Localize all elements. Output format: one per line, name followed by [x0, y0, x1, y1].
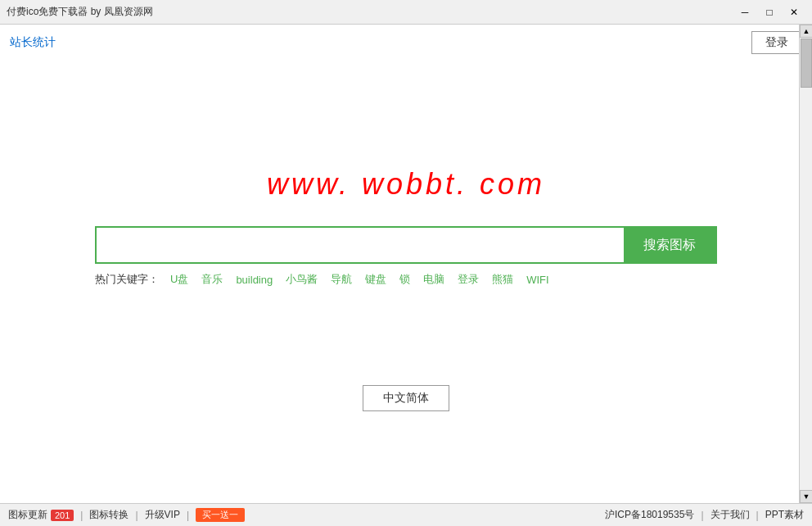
scrollbar-up-button[interactable]: ▲: [800, 25, 812, 38]
hot-keywords: 热门关键字： U盘 音乐 building 小鸟酱 导航 键盘 锁 电脑 登录 …: [95, 272, 717, 287]
scrollbar-down-button[interactable]: ▼: [800, 490, 812, 503]
close-button[interactable]: ✕: [783, 4, 805, 20]
icp-label: 沪ICP备18019535号: [605, 508, 694, 522]
keyword-building[interactable]: building: [236, 274, 273, 286]
lang-btn-area: 中文简体: [363, 385, 449, 411]
bottom-bar: 图标更新 201 | 图标转换 | 升级VIP | 买一送一 沪ICP备1801…: [0, 503, 812, 526]
title-bar: 付费ico免费下载器 by 凤凰资源网 ─ □ ✕: [0, 0, 812, 25]
update-label: 图标更新: [8, 508, 47, 522]
about-link[interactable]: 关于我们: [710, 508, 750, 522]
keyword-music[interactable]: 音乐: [201, 272, 223, 287]
keyword-u-disk[interactable]: U盘: [170, 272, 188, 287]
keyword-computer[interactable]: 电脑: [423, 272, 444, 287]
scrollbar-thumb[interactable]: [801, 39, 812, 88]
separator-5: |: [756, 510, 759, 521]
language-button[interactable]: 中文简体: [363, 385, 449, 411]
keyword-navigation[interactable]: 导航: [331, 272, 352, 287]
window-controls: ─ □ ✕: [733, 4, 805, 20]
ppt-link[interactable]: PPT素材: [765, 508, 804, 522]
login-button[interactable]: 登录: [751, 31, 802, 54]
maximize-button[interactable]: □: [758, 4, 781, 20]
scrollbar-track: ▲ ▼: [799, 25, 812, 503]
separator-1: |: [80, 510, 83, 521]
window-title: 付费ico免费下载器 by 凤凰资源网: [7, 5, 153, 19]
bottom-right: 沪ICP备18019535号 | 关于我们 | PPT素材: [605, 508, 804, 522]
update-section: 图标更新 201: [8, 508, 74, 522]
buy-badge[interactable]: 买一送一: [196, 508, 245, 522]
search-button[interactable]: 搜索图标: [624, 228, 715, 262]
keyword-lock[interactable]: 锁: [399, 272, 410, 287]
site-stats-link[interactable]: 站长统计: [10, 35, 56, 50]
keyword-wifi[interactable]: WIFI: [526, 274, 548, 286]
minimize-button[interactable]: ─: [733, 4, 756, 20]
search-area: 搜索图标: [95, 226, 717, 264]
update-count-badge: 201: [51, 510, 74, 521]
hot-keywords-label: 热门关键字：: [95, 272, 159, 287]
center-content: www. wobbt. com 搜索图标 热门关键字： U盘 音乐 buildi…: [0, 167, 812, 411]
keyword-panda[interactable]: 熊猫: [492, 272, 513, 287]
separator-3: |: [187, 510, 189, 521]
upgrade-label[interactable]: 升级VIP: [145, 508, 180, 522]
site-title: www. wobbt. com: [267, 167, 545, 202]
main-area: 站长统计 登录 www. wobbt. com 搜索图标 热门关键字： U盘 音…: [0, 25, 812, 503]
convert-label[interactable]: 图标转换: [89, 508, 129, 522]
keyword-login[interactable]: 登录: [458, 272, 479, 287]
separator-2: |: [135, 510, 138, 521]
separator-4: |: [701, 510, 703, 521]
keyword-xiao-niao-jiang[interactable]: 小鸟酱: [286, 272, 318, 287]
keyword-keyboard[interactable]: 键盘: [365, 272, 386, 287]
search-input[interactable]: [97, 228, 624, 262]
top-bar: 站长统计 登录: [0, 25, 812, 61]
